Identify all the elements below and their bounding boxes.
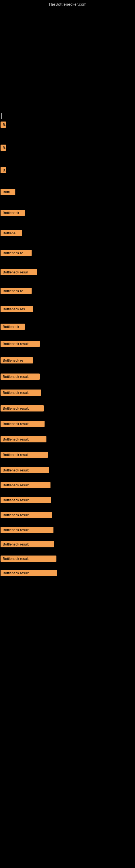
result-row: Bottleneck [0, 210, 135, 216]
result-row: Bottleneck result [0, 405, 135, 411]
result-badge-20[interactable]: Bottleneck result [1, 467, 49, 473]
result-badge-27[interactable]: Bottleneck result [1, 570, 57, 576]
result-row: Bottleneck result [0, 512, 135, 518]
spacer-20 [0, 458, 135, 467]
spacer-5 [0, 195, 135, 210]
result-row: Bottleneck re [0, 288, 135, 294]
result-badge-3[interactable]: B [1, 167, 6, 173]
result-badge-16[interactable]: Bottleneck result [1, 405, 44, 411]
spacer-25 [0, 533, 135, 541]
result-badge-4[interactable]: Bottl [1, 189, 15, 195]
spacer-14 [0, 364, 135, 373]
result-row: Bottleneck result [0, 452, 135, 458]
top-section [0, 8, 135, 122]
result-badge-24[interactable]: Bottleneck result [1, 527, 53, 533]
spacer-10 [0, 294, 135, 306]
result-badge-18[interactable]: Bottleneck result [1, 436, 46, 442]
spacer-7 [0, 237, 135, 250]
result-row: Bottleneck result [0, 570, 135, 576]
result-badge-7[interactable]: Bottleneck re [1, 250, 32, 256]
spacer-18 [0, 428, 135, 436]
spacer-8 [0, 257, 135, 269]
result-row: Bottleneck result [0, 390, 135, 396]
result-badge-15[interactable]: Bottleneck result [1, 390, 41, 396]
result-badge-2[interactable]: B [1, 145, 6, 151]
result-row: Bottleneck re [0, 357, 135, 364]
result-badge-9[interactable]: Bottleneck re [1, 288, 32, 294]
result-badge-23[interactable]: Bottleneck result [1, 512, 52, 518]
result-badge-8[interactable]: Bottleneck resul [1, 269, 37, 275]
result-row: Bottleneck result [0, 421, 135, 427]
result-badge-5[interactable]: Bottleneck [1, 210, 25, 216]
result-badge-10[interactable]: Bottleneck res [1, 306, 33, 312]
spacer-26 [0, 548, 135, 556]
spacer-24 [0, 519, 135, 527]
results-container: BBBBottlBottleneckBottleneBottleneck reB… [0, 122, 135, 576]
result-row: B [0, 167, 135, 173]
result-row: Bottleneck re [0, 250, 135, 256]
spacer-16 [0, 396, 135, 405]
result-badge-13[interactable]: Bottleneck re [1, 357, 33, 364]
result-row: Bottleneck result [0, 497, 135, 503]
result-badge-21[interactable]: Bottleneck result [1, 482, 50, 488]
site-title: TheBottlenecker.com [0, 0, 135, 8]
cursor-indicator [1, 113, 2, 119]
spacer-27 [0, 562, 135, 570]
result-row: Bottleneck resul [0, 269, 135, 275]
result-row: B [0, 122, 135, 128]
spacer-4 [0, 174, 135, 189]
result-row: Bottleneck result [0, 541, 135, 547]
result-badge-26[interactable]: Bottleneck result [1, 556, 56, 562]
spacer-11 [0, 313, 135, 323]
result-row: Bottleneck result [0, 556, 135, 562]
spacer-19 [0, 443, 135, 452]
spacer-23 [0, 504, 135, 512]
result-row: Bottleneck [0, 323, 135, 330]
result-badge-17[interactable]: Bottleneck result [1, 421, 45, 427]
result-row: Bottleneck result [0, 482, 135, 488]
result-badge-19[interactable]: Bottleneck result [1, 452, 48, 458]
result-row: Bottleneck result [0, 527, 135, 533]
result-row: Bottleneck res [0, 306, 135, 312]
spacer-15 [0, 380, 135, 390]
result-row: Bottl [0, 189, 135, 195]
result-row: Bottleneck result [0, 341, 135, 347]
result-row: Bottleneck result [0, 467, 135, 473]
spacer-2 [0, 128, 135, 145]
result-row: Bottlene [0, 230, 135, 236]
result-badge-25[interactable]: Bottleneck result [1, 541, 54, 547]
result-row: Bottleneck result [0, 373, 135, 380]
spacer-22 [0, 489, 135, 497]
result-badge-11[interactable]: Bottleneck [1, 323, 25, 330]
spacer-6 [0, 216, 135, 230]
spacer-12 [0, 330, 135, 341]
spacer-17 [0, 412, 135, 421]
result-badge-12[interactable]: Bottleneck result [1, 341, 40, 347]
spacer-9 [0, 276, 135, 288]
result-row: Bottleneck result [0, 436, 135, 442]
spacer-21 [0, 474, 135, 482]
result-row: B [0, 145, 135, 151]
result-badge-14[interactable]: Bottleneck result [1, 373, 40, 380]
result-badge-6[interactable]: Bottlene [1, 230, 22, 236]
result-badge-22[interactable]: Bottleneck result [1, 497, 51, 503]
result-badge-1[interactable]: B [1, 122, 6, 128]
spacer-13 [0, 347, 135, 357]
spacer-3 [0, 151, 135, 167]
